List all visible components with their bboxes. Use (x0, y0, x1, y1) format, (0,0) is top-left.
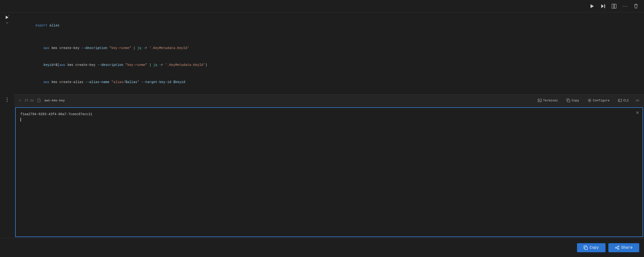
output-bar-left: ✓ 27.1s aws-kms-key (19, 98, 65, 103)
bottom-copy-label: Copy (590, 245, 599, 250)
terminal-icon (538, 99, 542, 102)
run-all-button[interactable] (588, 3, 597, 10)
code-line-2 (20, 34, 640, 40)
output-menu-button[interactable] (7, 98, 8, 102)
copy-output-button[interactable]: Copy (565, 98, 581, 103)
shell-type: sh (636, 99, 639, 102)
bottom-copy-button[interactable]: Copy (577, 243, 606, 252)
cell-gutter (0, 12, 14, 238)
code-line-1: export alias (20, 17, 640, 34)
output-value: f1aa2784-9283-43f4-80a7-7ceec87ecc11 (20, 112, 92, 116)
run-to-button[interactable] (598, 3, 608, 10)
configure-icon (588, 99, 592, 102)
split-button[interactable] (610, 3, 618, 10)
bottom-share-icon (615, 245, 619, 250)
cli-button[interactable]: CLI (616, 98, 631, 103)
execution-time: 27.1s (25, 99, 34, 102)
svg-marker-0 (590, 4, 594, 8)
configure-label: Configure (593, 99, 610, 102)
svg-rect-7 (40, 99, 41, 100)
file-icon (37, 99, 41, 102)
svg-point-10 (589, 100, 590, 101)
bottom-bar: Copy Share (0, 238, 644, 257)
output-bar: ✓ 27.1s aws-kms-key Terminal (14, 95, 644, 106)
top-toolbar: ··· (0, 0, 644, 12)
svg-line-17 (616, 248, 618, 249)
main-section: export alias aws kms create-key --descri… (0, 12, 644, 238)
svg-rect-2 (604, 4, 605, 8)
cell-content: export alias aws kms create-key --descri… (14, 12, 644, 238)
output-bar-right: Terminal Copy Configure (536, 98, 639, 103)
bottom-copy-icon (584, 245, 588, 250)
run-cell-button[interactable] (5, 15, 9, 20)
cli-label: CLI (623, 99, 629, 102)
file-name: aws-kms-key (44, 99, 65, 102)
close-output-button[interactable]: ✕ (636, 110, 639, 115)
delete-button[interactable] (632, 3, 640, 10)
svg-point-13 (618, 246, 619, 247)
cli-icon (618, 99, 622, 102)
code-line-3: aws kms create-key --description "key-ru… (20, 40, 640, 57)
svg-rect-4 (614, 4, 616, 8)
bottom-share-label: Share (621, 245, 632, 250)
svg-rect-12 (585, 247, 588, 250)
chevron-down-icon (6, 22, 8, 24)
svg-rect-9 (568, 100, 570, 102)
bottom-share-button[interactable]: Share (608, 243, 639, 252)
svg-marker-5 (6, 16, 8, 19)
code-editor[interactable]: export alias aws kms create-key --descri… (14, 12, 644, 95)
code-line-5: aws kms create-alias --alias-name "alias… (20, 74, 640, 91)
svg-marker-1 (601, 4, 604, 8)
code-line-4: keyid=$(aws kms create-key --description… (20, 57, 640, 74)
success-icon: ✓ (19, 98, 22, 103)
svg-rect-3 (612, 4, 614, 8)
cursor (20, 118, 21, 122)
copy-icon (566, 99, 570, 102)
more-button[interactable]: ··· (620, 3, 630, 10)
terminal-label: Terminal (543, 99, 558, 102)
svg-point-15 (618, 248, 619, 249)
svg-line-16 (616, 247, 618, 247)
output-text: f1aa2784-9283-43f4-80a7-7ceec87ecc11 (20, 112, 638, 122)
output-panel: f1aa2784-9283-43f4-80a7-7ceec87ecc11 ✕ (15, 107, 643, 237)
terminal-button[interactable]: Terminal (536, 98, 560, 103)
copy-label: Copy (572, 99, 579, 102)
svg-rect-11 (618, 99, 622, 102)
configure-button[interactable]: Configure (586, 98, 612, 103)
svg-point-14 (615, 247, 616, 248)
